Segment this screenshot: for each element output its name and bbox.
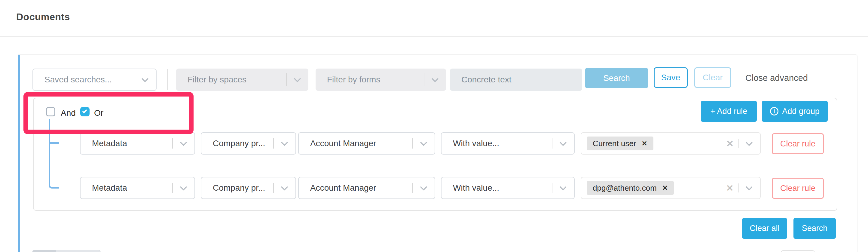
documents-page: Documents Saved searches... Filter by sp… — [0, 0, 868, 252]
rule-metadata-select[interactable]: Account Manager — [298, 132, 435, 155]
value-chip: dpg@athento.com ✕ — [587, 181, 674, 195]
cutoff-control — [781, 250, 815, 252]
filter-spaces-placeholder: Filter by spaces — [176, 75, 246, 84]
select-divider — [739, 139, 739, 148]
rule-tree-connector-stub — [49, 142, 59, 144]
value-chip: Current user ✕ — [587, 137, 653, 150]
page-header: Documents — [0, 0, 868, 37]
filter-forms-placeholder: Filter by forms — [316, 75, 380, 84]
rule-value-field[interactable]: Current user ✕ ✕ — [581, 132, 761, 155]
value-chip-label: Current user — [593, 139, 636, 148]
chevron-down-icon — [559, 184, 566, 191]
add-group-button[interactable]: + Add group — [762, 101, 828, 122]
chevron-down-icon — [431, 75, 438, 82]
select-divider — [172, 138, 173, 148]
rule-operator-select[interactable]: With value... — [441, 177, 575, 199]
chevron-down-icon — [420, 184, 427, 191]
plus-glyph: + — [772, 107, 776, 115]
chevron-down-icon — [281, 139, 288, 146]
select-divider — [412, 138, 413, 148]
search-submit-button[interactable]: Search — [794, 218, 836, 239]
rule-type-select[interactable]: Metadata — [80, 177, 195, 199]
select-divider — [172, 183, 173, 193]
cutoff-toggle-active-segment — [32, 250, 56, 252]
rule-field-select[interactable]: Company pr... — [201, 132, 296, 155]
rule-operator-value: With value... — [441, 183, 499, 193]
toolbar-separator — [167, 69, 168, 90]
select-divider — [552, 138, 552, 148]
saved-searches-select[interactable]: Saved searches... — [32, 68, 157, 91]
chevron-down-icon[interactable] — [745, 184, 752, 191]
clear-button[interactable]: Clear — [694, 67, 731, 88]
value-clear-icon[interactable]: ✕ — [726, 183, 734, 193]
rule-field-value: Company pr... — [202, 183, 265, 193]
rule-field-select[interactable]: Company pr... — [201, 177, 296, 199]
chevron-down-icon — [559, 139, 566, 146]
filter-spaces-select[interactable]: Filter by spaces — [176, 68, 308, 91]
page-title: Documents — [16, 11, 70, 23]
highlight-annotation-box — [24, 92, 193, 134]
clear-all-button[interactable]: Clear all — [742, 218, 787, 239]
select-divider — [134, 74, 134, 86]
rule-type-value: Metadata — [81, 183, 127, 193]
select-divider — [412, 183, 413, 193]
chevron-down-icon[interactable] — [745, 139, 752, 146]
rule-metadata-select[interactable]: Account Manager — [298, 177, 435, 199]
rule-operator-value: With value... — [441, 139, 499, 148]
rule-value-field[interactable]: dpg@athento.com ✕ ✕ — [581, 177, 761, 199]
chip-remove-icon[interactable]: ✕ — [662, 184, 668, 192]
close-advanced-link[interactable]: Close advanced — [745, 73, 808, 83]
add-group-label: Add group — [782, 107, 819, 116]
save-button[interactable]: Save — [654, 67, 688, 88]
rule-operator-select[interactable]: With value... — [441, 132, 575, 155]
chevron-down-icon — [420, 139, 427, 146]
search-button[interactable]: Search — [585, 68, 648, 88]
rule-field-value: Company pr... — [202, 139, 265, 148]
rule-type-value: Metadata — [81, 139, 127, 148]
rule-type-select[interactable]: Metadata — [80, 132, 195, 155]
rule-metadata-value: Account Manager — [299, 139, 376, 148]
circle-plus-icon: + — [770, 107, 778, 115]
value-chip-label: dpg@athento.com — [593, 184, 657, 193]
clear-rule-button[interactable]: Clear rule — [772, 133, 824, 154]
select-divider — [286, 73, 287, 86]
select-divider — [273, 183, 274, 193]
add-rule-button[interactable]: + Add rule — [701, 101, 757, 122]
clear-rule-button[interactable]: Clear rule — [772, 178, 824, 199]
select-divider — [273, 138, 274, 148]
concrete-text-input[interactable] — [450, 68, 582, 91]
rule-metadata-value: Account Manager — [299, 183, 376, 193]
chip-remove-icon[interactable]: ✕ — [642, 140, 647, 148]
value-clear-icon[interactable]: ✕ — [726, 138, 734, 149]
cutoff-toggle-control[interactable] — [32, 250, 101, 252]
select-divider — [424, 73, 424, 86]
select-divider — [552, 183, 552, 193]
chevron-down-icon — [293, 75, 301, 82]
chevron-down-icon — [141, 75, 149, 82]
chevron-down-icon — [281, 184, 288, 191]
filter-forms-select[interactable]: Filter by forms — [316, 68, 446, 91]
select-divider — [739, 184, 739, 193]
chevron-down-icon — [180, 139, 187, 146]
saved-searches-placeholder: Saved searches... — [33, 75, 112, 84]
chevron-down-icon — [180, 184, 187, 191]
